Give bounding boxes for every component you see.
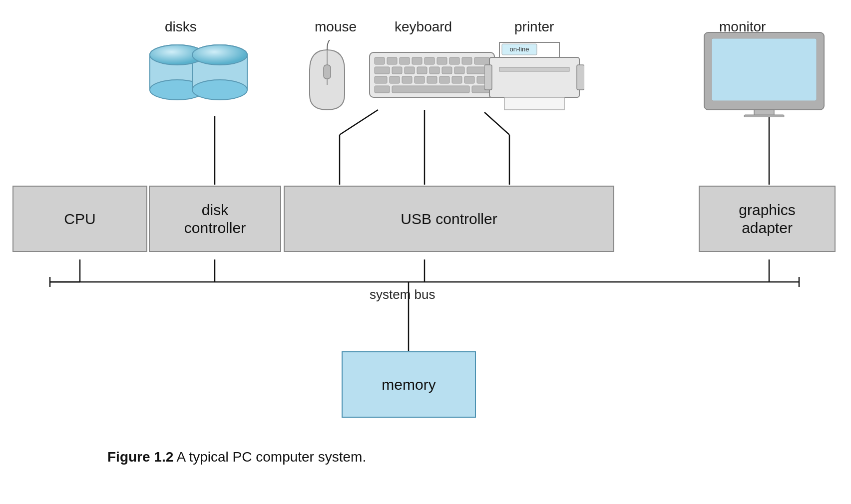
- disks-icon: [145, 40, 255, 112]
- svg-rect-25: [324, 65, 331, 79]
- svg-rect-29: [400, 57, 410, 64]
- svg-rect-30: [412, 57, 422, 64]
- svg-rect-42: [454, 67, 464, 74]
- svg-rect-40: [429, 67, 439, 74]
- graphics-adapter-label: graphics adapter: [739, 201, 795, 237]
- svg-rect-36: [375, 67, 390, 74]
- disk-controller-box: disk controller: [149, 186, 281, 252]
- svg-rect-41: [442, 67, 452, 74]
- svg-rect-38: [405, 67, 415, 74]
- printer-label: printer: [514, 19, 554, 35]
- svg-rect-47: [415, 76, 425, 83]
- caption-normal: A typical PC computer system.: [173, 449, 366, 465]
- svg-rect-51: [464, 76, 474, 83]
- memory-label: memory: [382, 376, 435, 394]
- memory-box: memory: [342, 351, 476, 418]
- figure-caption: Figure 1.2 A typical PC computer system.: [107, 449, 366, 465]
- keyboard-label: keyboard: [395, 19, 452, 35]
- monitor-icon: [699, 27, 829, 119]
- svg-rect-65: [712, 38, 817, 101]
- svg-rect-34: [462, 57, 472, 64]
- svg-text:on-line: on-line: [509, 45, 529, 53]
- svg-rect-67: [744, 115, 784, 117]
- disk-controller-label: disk controller: [184, 201, 246, 237]
- printer-icon: on-line: [484, 40, 584, 117]
- svg-rect-50: [452, 76, 462, 83]
- svg-rect-39: [417, 67, 427, 74]
- mouse-label: mouse: [315, 19, 357, 35]
- graphics-adapter-box: graphics adapter: [699, 186, 836, 252]
- usb-controller-label: USB controller: [401, 210, 497, 228]
- diagram: disks mouse keyboard printer monitor: [0, 0, 851, 504]
- svg-rect-60: [499, 67, 569, 71]
- svg-rect-54: [392, 86, 469, 93]
- svg-rect-31: [425, 57, 434, 64]
- svg-rect-46: [402, 76, 412, 83]
- usb-controller-box: USB controller: [284, 186, 614, 252]
- disks-label: disks: [165, 19, 197, 35]
- keyboard-icon: [367, 47, 497, 104]
- svg-rect-27: [375, 57, 385, 64]
- svg-point-21: [192, 80, 247, 100]
- svg-rect-53: [375, 86, 390, 93]
- svg-rect-28: [387, 57, 397, 64]
- caption-bold: Figure 1.2: [107, 449, 173, 465]
- svg-point-23: [192, 45, 247, 65]
- svg-rect-44: [375, 76, 387, 83]
- svg-rect-48: [427, 76, 437, 83]
- svg-rect-32: [437, 57, 447, 64]
- system-bus-label: system bus: [370, 287, 435, 302]
- cpu-box: CPU: [12, 186, 147, 252]
- cpu-label: CPU: [64, 210, 95, 228]
- svg-rect-62: [484, 65, 492, 90]
- svg-rect-37: [392, 67, 402, 74]
- mouse-icon: [300, 40, 355, 117]
- svg-rect-33: [449, 57, 459, 64]
- svg-rect-63: [577, 65, 584, 90]
- svg-rect-59: [489, 57, 579, 97]
- svg-rect-61: [504, 97, 564, 110]
- svg-rect-45: [390, 76, 400, 83]
- svg-rect-49: [439, 76, 449, 83]
